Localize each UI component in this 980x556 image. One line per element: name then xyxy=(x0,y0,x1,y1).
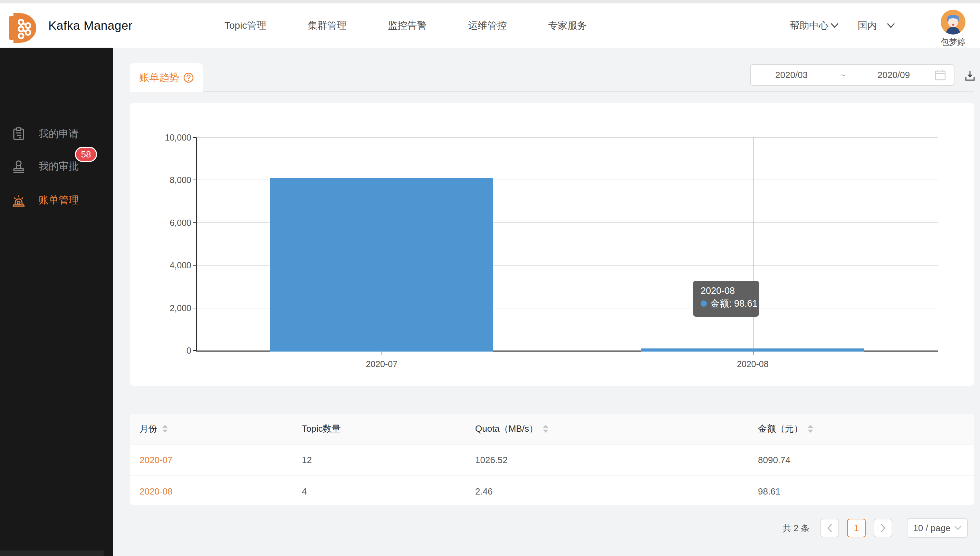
table-header-row: 月份Topic数量Quota（MB/s）金额（元） xyxy=(130,414,974,444)
y-axis-tick xyxy=(193,179,196,180)
y-axis-tick xyxy=(193,265,196,265)
app-title: Kafka Manager xyxy=(48,3,132,48)
chevron-left-icon xyxy=(827,524,833,533)
nav-item[interactable]: Topic管理 xyxy=(224,19,266,32)
avatar[interactable] xyxy=(941,10,965,34)
tooltip-title: 2020-08 xyxy=(701,285,759,297)
question-circle-icon[interactable] xyxy=(183,73,194,83)
cell-quota: 2.46 xyxy=(475,486,493,496)
prev-page-button[interactable] xyxy=(820,519,839,537)
column-header-月份[interactable]: 月份 xyxy=(139,423,302,435)
window-top-strip xyxy=(0,0,980,3)
nav-item[interactable]: 专家服务 xyxy=(548,19,587,32)
bar-2020-07 xyxy=(270,178,493,352)
sidebar-item-label: 我的申请 xyxy=(39,127,79,141)
next-page-button[interactable] xyxy=(873,519,892,537)
y-axis-tick xyxy=(193,137,196,138)
chevron-down-icon xyxy=(954,525,962,530)
cell-amount: 98.61 xyxy=(758,486,780,496)
table-row: 2020-07121026.528090.74 xyxy=(130,444,974,475)
x-axis-label: 2020-08 xyxy=(718,359,787,369)
nav-item[interactable]: 监控告警 xyxy=(388,19,426,32)
column-header-label: 月份 xyxy=(139,423,157,435)
y-axis-label: 6,000 xyxy=(150,218,191,228)
app-logo-icon xyxy=(9,11,38,45)
column-header-label: Quota（MB/s） xyxy=(475,423,538,435)
help-center-label: 帮助中心 xyxy=(790,19,828,32)
total-count-label: 共 2 条 xyxy=(783,522,809,534)
sidebar-item-账单管理[interactable]: 账单管理 xyxy=(0,188,113,212)
y-axis-label: 0 xyxy=(150,346,191,356)
month-link[interactable]: 2020-08 xyxy=(139,486,172,496)
tooltip-value: 金额: 98.61 xyxy=(710,297,757,310)
x-axis-tick xyxy=(753,352,754,355)
cell-topics: 12 xyxy=(302,455,312,465)
x-axis-label: 2020-07 xyxy=(347,359,416,369)
date-start-value[interactable]: 2020/03 xyxy=(751,70,832,81)
y-axis-label: 8,000 xyxy=(150,175,191,185)
bill-trend-chart-card: 02,0004,0006,0008,00010,0002020-072020-0… xyxy=(130,103,974,386)
column-header-label: Topic数量 xyxy=(302,423,341,435)
column-header-Quota（MB/s）[interactable]: Quota（MB/s） xyxy=(475,423,758,435)
tab-bill-trend-label: 账单趋势 xyxy=(139,71,179,85)
page-size-select[interactable]: 10 / page xyxy=(907,518,968,538)
y-axis-label: 10,000 xyxy=(150,133,191,142)
download-icon[interactable] xyxy=(965,70,975,81)
column-header-金额（元）[interactable]: 金额（元） xyxy=(758,423,974,435)
sort-caret-icon[interactable] xyxy=(543,425,548,433)
sidebar-item-我的审批[interactable]: 我的审批58 xyxy=(0,154,113,179)
tab-bill-trend[interactable]: 账单趋势 xyxy=(130,63,203,92)
crosshair-line xyxy=(753,137,754,351)
chevron-down-icon xyxy=(830,23,839,28)
kafka-manager-app: Kafka Manager Topic管理集群管理监控告警运维管控专家服务 帮助… xyxy=(0,0,980,556)
nav-item[interactable]: 集群管理 xyxy=(308,19,346,32)
nav-menu: Topic管理集群管理监控告警运维管控专家服务 xyxy=(224,3,587,48)
calendar-icon xyxy=(935,69,946,81)
region-label: 国内 xyxy=(858,19,877,32)
date-separator: ~ xyxy=(832,70,853,81)
sort-caret-icon[interactable] xyxy=(162,425,168,433)
tab-divider xyxy=(130,91,974,92)
gridline xyxy=(196,137,938,138)
user-block[interactable]: 包梦婷 xyxy=(932,10,974,48)
nav-item[interactable]: 运维管控 xyxy=(468,19,507,32)
cell-quota: 1026.52 xyxy=(475,455,508,465)
page-1-button[interactable]: 1 xyxy=(847,519,866,537)
chevron-down-icon xyxy=(887,23,895,28)
x-axis-tick xyxy=(381,352,382,355)
bill-table-card: 月份Topic数量Quota（MB/s）金额（元） 2020-07121026.… xyxy=(130,414,974,505)
sidebar-item-我的申请[interactable]: 我的申请 xyxy=(0,122,113,146)
chart-tooltip: 2020-08 金额: 98.61 xyxy=(693,281,759,317)
pagination: 共 2 条 1 10 / page xyxy=(0,518,968,538)
y-axis-tick xyxy=(193,308,196,309)
stamp-icon xyxy=(12,160,26,173)
y-axis-label: 2,000 xyxy=(150,303,191,313)
date-end-value[interactable]: 2020/09 xyxy=(853,70,935,81)
alarm-icon xyxy=(12,193,26,207)
sidebar-item-label: 我的审批 xyxy=(39,160,79,173)
table-row: 2020-0842.4698.61 xyxy=(130,475,974,505)
y-axis-tick xyxy=(193,350,196,351)
top-navbar: Kafka Manager Topic管理集群管理监控告警运维管控专家服务 帮助… xyxy=(0,3,980,48)
user-name: 包梦婷 xyxy=(932,37,974,48)
y-axis-tick xyxy=(193,222,196,223)
page-size-value: 10 / page xyxy=(913,523,950,533)
bar-chart: 02,0004,0006,0008,00010,0002020-072020-0… xyxy=(130,103,974,386)
cell-topics: 4 xyxy=(302,486,307,496)
sidebar-item-label: 账单管理 xyxy=(39,193,79,207)
date-range-picker[interactable]: 2020/03 ~ 2020/09 xyxy=(750,64,954,86)
sidebar: 我的申请我的审批58账单管理 xyxy=(0,48,113,556)
region-select[interactable]: 国内 xyxy=(858,3,895,48)
column-header-label: 金额（元） xyxy=(758,423,803,435)
clipboard-icon xyxy=(12,127,26,141)
y-axis-label: 4,000 xyxy=(150,260,191,270)
table-body: 2020-07121026.528090.742020-0842.4698.61 xyxy=(130,444,974,505)
approval-count-badge: 58 xyxy=(75,147,97,162)
month-link[interactable]: 2020-07 xyxy=(139,455,172,465)
sort-caret-icon[interactable] xyxy=(808,425,813,433)
column-header-Topic数量: Topic数量 xyxy=(302,423,475,435)
cell-amount: 8090.74 xyxy=(758,455,790,465)
chevron-right-icon xyxy=(880,524,886,533)
help-center-menu[interactable]: 帮助中心 xyxy=(790,3,839,48)
sidebar-bottom-strip xyxy=(0,551,103,556)
